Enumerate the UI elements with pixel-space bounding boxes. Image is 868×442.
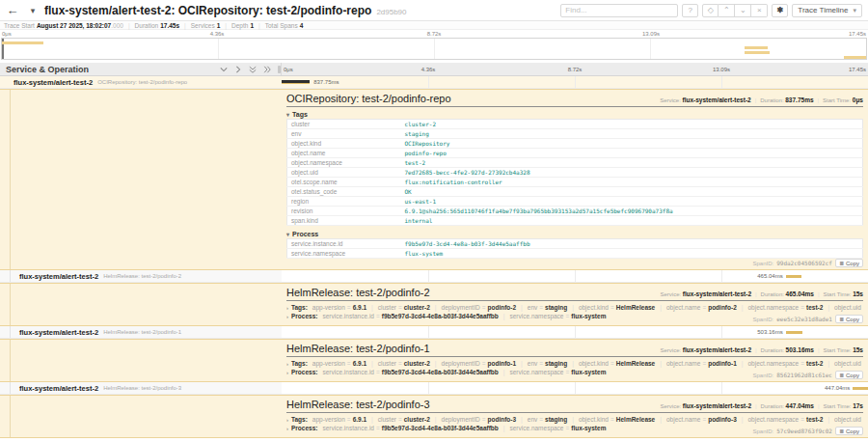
find-input[interactable] [560, 4, 678, 17]
tag-key: object.name [666, 304, 700, 311]
span-detail-panel: HelmRelease: test-2/podinfo-3Service: fl… [0, 395, 868, 438]
span-row[interactable]: flux-system/alert-test-2HelmRelease: tes… [0, 326, 868, 339]
minimap-span-bar [745, 46, 768, 49]
span-name-cell[interactable]: flux-system/alert-test-2OCIRepository: t… [0, 76, 282, 88]
span-timeline-cell[interactable]: 465.04ms [282, 270, 868, 282]
span-name-cell[interactable]: flux-system/alert-test-2HelmRelease: tes… [0, 270, 282, 282]
span-name-cell[interactable]: flux-system/alert-test-2HelmRelease: tes… [0, 326, 282, 338]
tag-key: cluster [378, 304, 396, 311]
tags-section-toggle[interactable]: ▾Tags [286, 109, 863, 119]
chevron-down-icon[interactable]: ▾ [25, 6, 41, 15]
tag-value: internal [401, 216, 863, 226]
key-value-row[interactable]: span.kindinternal [287, 216, 863, 226]
span-detail-title: OCIRepository: test-2/podinfo-repo [286, 93, 451, 104]
key-value-row[interactable]: service.namespaceflux-system [287, 249, 863, 259]
detail-duration-value: 837.75ms [785, 97, 813, 103]
span-row[interactable]: flux-system/alert-test-2OCIRepository: t… [0, 76, 868, 89]
next-result-icon[interactable]: ⌄ [735, 4, 751, 17]
detail-duration-value: 465.04ms [786, 290, 814, 297]
tags-section-summary-line[interactable]: ›Tags:app-version=6.9.1|cluster=cluster-… [286, 303, 863, 312]
tag-value: f9b5e97d-3cd4-4e8a-b03f-3d44e5aaffbb [382, 313, 499, 319]
span-duration-bar[interactable] [853, 387, 868, 390]
timeline-tick-label: 0μs [284, 67, 293, 72]
span-id-label: SpanID: [752, 261, 773, 266]
tags-section-label: Tags: [291, 416, 308, 423]
services-label: Services [191, 22, 215, 29]
detail-service-value: flux-system/alert-test-2 [683, 402, 751, 409]
timeline-minimap[interactable] [1, 38, 867, 60]
detail-start-time-label: Start Time: [823, 347, 853, 353]
key-value-row[interactable]: regionus-east-1 [287, 197, 863, 207]
tag-value: podinfo-3 [487, 416, 516, 423]
detail-start-time-value: 15s [853, 290, 863, 297]
duration-label: Duration [135, 22, 159, 29]
copy-button[interactable]: ≣Copy [835, 315, 863, 323]
key-value-row[interactable]: object.namepodinfo-repo [287, 149, 863, 158]
tag-value: staging [545, 304, 567, 311]
tag-key: service.instance.id [322, 425, 373, 431]
tag-value: podinfo-1 [487, 360, 516, 367]
help-icon[interactable]: ? [682, 4, 698, 17]
copy-button[interactable]: ≣Copy [835, 427, 863, 435]
tree-indent-guide [10, 90, 11, 269]
view-type-dropdown[interactable]: Trace Timeline ▾ [792, 4, 862, 17]
span-service-name: flux-system/alert-test-2 [19, 384, 98, 393]
tags-section-summary-line[interactable]: ›Tags:app-version=6.9.1|cluster=cluster-… [286, 415, 863, 424]
tree-indent-guide [10, 326, 11, 338]
span-duration-bar[interactable] [282, 80, 310, 84]
collapse-all-icon[interactable] [249, 66, 257, 73]
span-row[interactable]: flux-system/alert-test-2HelmRelease: tes… [0, 270, 868, 283]
key-value-row[interactable]: service.instance.idf9b5e97d-3cd4-4e8a-b0… [287, 239, 863, 249]
tag-value: test-2 [806, 304, 823, 311]
copy-button[interactable]: ≣Copy [835, 259, 863, 267]
key-value-row[interactable]: object.namespacetest-2 [287, 158, 863, 168]
span-duration-bar[interactable] [786, 275, 801, 278]
tag-value: flux-system [401, 249, 863, 259]
span-timeline-cell[interactable]: 837.75ms [282, 76, 868, 88]
expand-all-icon[interactable] [263, 66, 271, 73]
focus-diamond-icon[interactable]: ◇ [702, 4, 719, 17]
back-arrow-icon[interactable]: ← [0, 3, 25, 17]
tag-key: service.namespace [287, 249, 401, 259]
tag-key: app-version [312, 304, 345, 311]
tag-value: staging [545, 416, 567, 423]
tag-key: service.namespace [509, 369, 563, 375]
tag-key: revision [287, 207, 401, 216]
span-duration-bar[interactable] [786, 331, 803, 334]
minimap-tick-label: 13.09s [642, 31, 660, 37]
tag-value: staging [545, 360, 567, 367]
tag-key: object.name [666, 360, 700, 367]
key-value-row[interactable]: envstaging [287, 129, 863, 139]
key-value-row[interactable]: otel.scope.nameflux:notification-control… [287, 178, 863, 187]
key-value-row[interactable]: object.uid7ed72685-becc-4fe2-927d-27392c… [287, 168, 863, 178]
clear-search-icon[interactable]: × [751, 4, 768, 17]
span-name-cell[interactable]: flux-system/alert-test-2HelmRelease: tes… [0, 382, 282, 394]
span-timeline-cell[interactable]: 447.04ms [282, 382, 868, 394]
trace-id-badge: 2d95b90 [376, 8, 406, 16]
tags-section-summary-line[interactable]: ›Tags:app-version=6.9.1|cluster=cluster-… [286, 359, 863, 368]
span-detail-content: OCIRepository: test-2/podinfo-repoServic… [286, 93, 863, 267]
span-service-name: flux-system/alert-test-2 [19, 328, 98, 337]
minimap-tick-label: 8.72s [427, 31, 442, 37]
key-value-row[interactable]: object.kindOCIRepository [287, 139, 863, 149]
span-detail-panel: HelmRelease: test-2/podinfo-2Service: fl… [0, 283, 868, 326]
key-value-row[interactable]: otel.status_codeOK [287, 187, 863, 197]
span-detail-panel: OCIRepository: test-2/podinfo-repoServic… [0, 89, 868, 270]
key-value-row[interactable]: clustercluster-2 [287, 120, 863, 129]
span-detail-meta: Service: flux-system/alert-test-2|Durati… [660, 97, 863, 103]
prev-result-icon[interactable]: ⌃ [719, 4, 735, 17]
copy-icon: ≣ [839, 428, 844, 434]
span-id-value: 85621962d81c61ec [776, 372, 832, 378]
asterisk-icon[interactable]: ✱ [772, 4, 788, 17]
span-id-label: SpanID: [752, 317, 773, 322]
span-timeline-cell[interactable]: 503.16ms [282, 326, 868, 338]
find-nav-group: ◇ ⌃ ⌄ × [702, 4, 768, 17]
expand-one-icon[interactable] [234, 66, 242, 73]
process-section-toggle[interactable]: ▾Process [286, 229, 863, 238]
collapse-one-icon[interactable] [220, 66, 228, 73]
copy-button[interactable]: ≣Copy [835, 371, 863, 379]
column-resize-grip[interactable] [278, 66, 281, 73]
span-row[interactable]: flux-system/alert-test-2HelmRelease: tes… [0, 382, 868, 395]
span-id-row: SpanID: eee5c32e31d8ade1≣Copy [752, 315, 863, 323]
key-value-row[interactable]: revision6.9.1@sha256:565d110746f1fa4be7f… [287, 207, 863, 216]
